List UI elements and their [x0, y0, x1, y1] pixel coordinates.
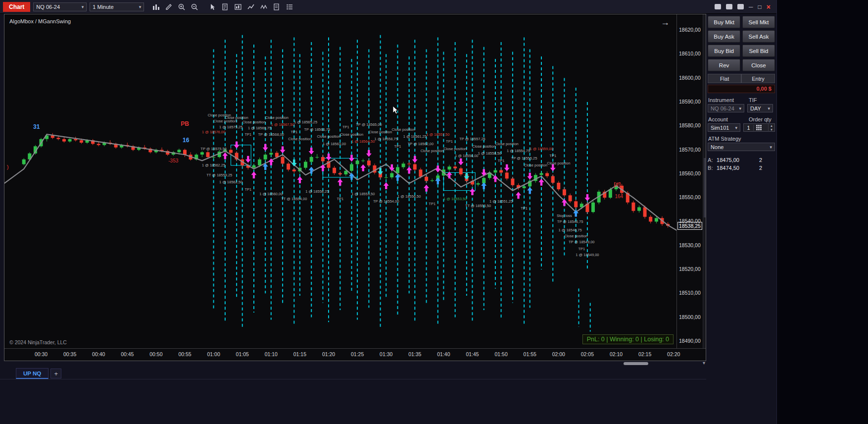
time-axis-label: 00:35 [61, 351, 78, 357]
properties-icon[interactable] [284, 1, 295, 12]
vertical-scrollbar[interactable] [703, 14, 706, 348]
svg-text:TP1: TP1 [394, 144, 401, 149]
time-axis-label: 01:55 [522, 351, 538, 357]
panel-instrument-select[interactable]: NQ 06-24 ▾ [708, 104, 744, 112]
vertical-scrollbar-thumb[interactable] [704, 158, 706, 217]
chevron-down-icon: ▾ [768, 106, 771, 111]
quote-price: 18475,00 [717, 157, 739, 163]
time-axis-label: 02:05 [579, 351, 596, 357]
svg-text:1 @ 18546,75: 1 @ 18546,75 [558, 228, 581, 232]
rev-button[interactable]: Rev [708, 59, 740, 71]
price-axis-label: 18500,00 [679, 314, 701, 320]
sell-bid-button[interactable]: Sell Bid [742, 45, 775, 57]
svg-text:1 @ 18551,25: 1 @ 18551,25 [489, 199, 513, 204]
price-axis-label: 18600,00 [679, 75, 701, 81]
horizontal-scrollbar-thumb[interactable] [624, 362, 648, 365]
maximize-button[interactable]: □ [758, 4, 762, 10]
svg-text:TP1: TP1 [578, 247, 585, 251]
quote-row: B: 18474,50 2 [708, 164, 775, 172]
account-select[interactable]: Sim101 ▾ [708, 123, 740, 132]
scroll-corner-icon[interactable]: ▾ [703, 360, 705, 366]
chevron-down-icon: ▾ [739, 106, 742, 111]
toolbar-icons [150, 1, 295, 12]
entry-button[interactable]: Entry [741, 74, 775, 83]
copyright-label: © 2024 NinjaTrader, LLC [9, 339, 67, 345]
window-pin-icon[interactable] [737, 4, 744, 9]
order-panel: Buy MktSell MktBuy AskSell AskBuy BidSel… [706, 14, 776, 379]
svg-text:TP1: TP1 [446, 139, 453, 144]
order-qty-input[interactable]: 1 [744, 125, 754, 131]
svg-text:Close position: Close position [524, 163, 547, 167]
time-axis-label: 02:20 [665, 351, 682, 357]
interval-select[interactable]: 1 Minute ▾ [90, 2, 144, 11]
qty-increment-icon[interactable]: ▴ [769, 124, 774, 128]
interval-select-value: 1 Minute [93, 4, 113, 10]
chart-plot[interactable]: 1 @ 18576,00TP @ 18575,501 @ 18562,25TT … [4, 14, 676, 348]
sell-mkt-button[interactable]: Sell Mkt [742, 16, 775, 28]
atm-strategy-select[interactable]: None ▾ [708, 143, 775, 151]
zoom-in-icon[interactable] [176, 1, 188, 12]
add-tab-button[interactable]: + [50, 369, 61, 378]
indicators-icon[interactable] [245, 1, 257, 12]
price-axis-label: 18580,00 [679, 122, 701, 128]
zoom-out-icon[interactable] [189, 1, 200, 12]
price-axis-label: 18510,00 [679, 290, 701, 296]
svg-text:Close position: Close position [225, 115, 248, 120]
chevron-down-icon: ▾ [770, 145, 772, 150]
close-button[interactable]: × [767, 4, 771, 10]
instrument-select[interactable]: NQ 06-24 ▾ [33, 2, 87, 11]
svg-text:TP1: TP1 [429, 202, 435, 206]
svg-text:Close position: Close position [564, 234, 587, 238]
order-mode-tabs: FlatEntry [708, 74, 775, 83]
svg-text:TP1: TP1 [521, 206, 528, 211]
horizontal-scrollbar: ▾ [4, 361, 706, 366]
svg-text:Close position: Close position [340, 132, 363, 137]
chart-trader-icon[interactable] [232, 1, 244, 12]
svg-text:1 @ 18553,50: 1 @ 18553,50 [351, 192, 375, 196]
cursor-tool-icon[interactable] [206, 1, 218, 12]
strategies-icon[interactable] [258, 1, 270, 12]
draw-tool-icon[interactable] [163, 1, 175, 12]
data-series-icon[interactable] [271, 1, 283, 12]
svg-text:Close position: Close position [317, 134, 340, 139]
qty-grid-icon[interactable] [754, 125, 764, 130]
account-label: Account [708, 116, 749, 122]
time-axis-label: 01:30 [378, 351, 394, 357]
tab-up-nq[interactable]: UP NQ [16, 368, 48, 379]
chart-style-icon[interactable] [150, 1, 162, 12]
svg-text:1 @ 18561,25: 1 @ 18561,25 [403, 134, 427, 139]
time-axis-label: 00:50 [147, 351, 164, 357]
svg-text:TT @ 18554,00: TT @ 18554,00 [281, 197, 307, 201]
time-axis[interactable]: 00:3000:3500:4000:4500:5000:5501:0001:05… [4, 348, 706, 361]
time-axis-label: 01:25 [349, 351, 366, 357]
minimize-button[interactable]: ─ [749, 4, 753, 10]
buy-bid-button[interactable]: Buy Bid [708, 45, 740, 57]
close-button[interactable]: Close [742, 59, 775, 71]
svg-text:1 @ 18576,00: 1 @ 18576,00 [202, 130, 225, 134]
svg-text:TP @ 18562,00: TP @ 18562,00 [408, 142, 434, 146]
report-icon[interactable] [219, 1, 231, 12]
tif-label: TIF [749, 97, 774, 103]
svg-text:TP1: TP1 [244, 187, 251, 192]
instrument-link-icon[interactable] [715, 4, 721, 9]
svg-text:TP @ 18566,75: TP @ 18566,75 [304, 127, 331, 132]
buy-mkt-button[interactable]: Buy Mkt [708, 16, 740, 28]
sell-ask-button[interactable]: Sell Ask [742, 30, 775, 43]
svg-text:Close position: Close position [288, 137, 311, 141]
time-axis-label: 02:15 [636, 351, 653, 357]
price-axis[interactable]: 18538,25 18620,0018610,0018600,0018590,0… [676, 14, 703, 348]
tif-select[interactable]: DAY ▾ [747, 104, 773, 112]
time-axis-label: 01:00 [205, 351, 222, 357]
svg-text:1 @ 18560,00: 1 @ 18560,00 [259, 192, 283, 196]
scroll-to-latest-icon[interactable]: → [661, 17, 670, 28]
interval-link-icon[interactable] [726, 4, 732, 9]
buy-ask-button[interactable]: Buy Ask [708, 30, 740, 43]
svg-text:1 @ 18553,50: 1 @ 18553,50 [443, 197, 467, 201]
time-axis-label: 01:15 [291, 351, 308, 357]
flat-button[interactable]: Flat [708, 74, 741, 83]
time-axis-label: 01:10 [263, 351, 280, 357]
chart-frame: 1 @ 18576,00TP @ 18575,501 @ 18562,25TT … [4, 14, 706, 361]
chevron-down-icon: ▾ [139, 4, 142, 9]
svg-text:1 @ 18563,00: 1 @ 18563,00 [323, 142, 346, 146]
qty-decrement-icon[interactable]: ▾ [769, 128, 774, 132]
